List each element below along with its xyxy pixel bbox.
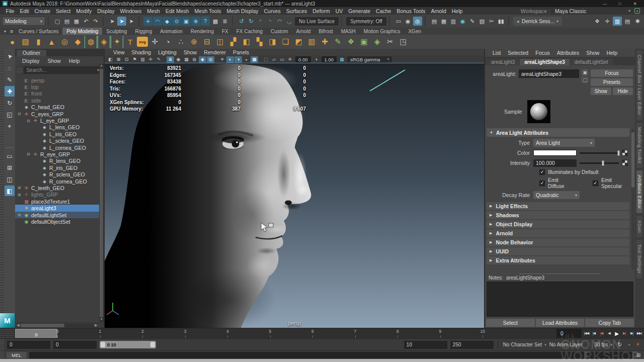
menu-item[interactable]: Windows	[117, 8, 144, 14]
menu-item[interactable]: Show	[583, 50, 603, 56]
paint-select-tool-icon[interactable]: ✎	[5, 74, 15, 85]
menu-item[interactable]: Bonus Tools	[394, 8, 428, 14]
outliner-item[interactable]: front	[15, 90, 99, 97]
highlight-selection-icon[interactable]: ≣	[220, 17, 229, 26]
shaded-wireframe-icon[interactable]: ◈	[199, 56, 206, 63]
script-editor-icon[interactable]: ▤	[635, 352, 642, 358]
image-plane-icon[interactable]: ▥	[139, 56, 146, 63]
menu-item[interactable]: List	[489, 50, 504, 56]
menu-item[interactable]: Select	[53, 8, 73, 14]
outliner-item[interactable]: ⊞ defaultLightSet	[15, 212, 99, 218]
menu-item[interactable]: Help	[65, 58, 84, 64]
open-scene-icon[interactable]: ▤	[62, 17, 71, 26]
intensity-slider[interactable]	[580, 162, 619, 164]
target-weld-icon[interactable]: ✚	[318, 36, 331, 48]
boolean-icon[interactable]: ◫	[214, 36, 226, 48]
poly-torus-icon[interactable]: ◎	[58, 36, 71, 48]
menu-item[interactable]: Lighting	[154, 49, 180, 55]
look-dev-icon[interactable]: ◉	[458, 17, 467, 26]
outliner-horizontal-scrollbar[interactable]: ◀▶	[15, 322, 99, 328]
menu-item[interactable]: Cache	[373, 8, 394, 14]
menu-item[interactable]: Mesh Display	[224, 8, 261, 14]
outliner-item[interactable]: ⊟ L_eye_GRP	[15, 117, 99, 124]
illuminates-by-default-checkbox[interactable]	[539, 169, 545, 175]
rotate-tool-icon[interactable]: ↻	[5, 98, 15, 108]
poly-text-icon[interactable]: T	[124, 36, 136, 48]
pause-icon[interactable]: ▮▮	[497, 17, 506, 26]
hide-button[interactable]: Hide	[613, 87, 633, 95]
intensity-field[interactable]: 100.000	[533, 159, 577, 167]
outliner-item[interactable]: L_sclera_GEO	[15, 138, 99, 144]
color-slider[interactable]	[580, 152, 619, 154]
command-input[interactable]	[29, 352, 585, 358]
shelf-tab[interactable]: Bifrost	[314, 28, 337, 35]
render-view-icon[interactable]: ▭	[394, 17, 403, 26]
shelf-tab[interactable]: MASH	[337, 28, 360, 35]
field-chart-icon[interactable]: ▱	[270, 56, 278, 63]
presets-button[interactable]: Presets	[591, 78, 633, 86]
attribute-editor-tab[interactable]: defaultLightSet	[570, 59, 613, 65]
outliner-item[interactable]: R_iris_GEO	[15, 164, 99, 171]
save-scene-icon[interactable]: ▦	[72, 17, 81, 26]
select-hierarchy-icon[interactable]: ➤	[108, 17, 117, 26]
attribute-editor-tab[interactable]: areaLight3	[487, 59, 519, 65]
sidebar-panel-tab[interactable]: Modeling Toolkit	[636, 123, 642, 168]
timeline-dock-handle[interactable]	[0, 328, 14, 338]
menu-item[interactable]: Edit	[17, 8, 32, 14]
sidebar-panel-tab[interactable]: Tool Settings	[636, 240, 642, 278]
fps-dropdown[interactable]: 30 fps	[594, 342, 612, 347]
loop-icon[interactable]: ↻	[615, 340, 624, 349]
shelf-tab[interactable]: Rendering	[187, 28, 218, 35]
gamma-icon[interactable]: ◑	[312, 56, 320, 63]
menu-item[interactable]: Display	[95, 8, 117, 14]
menu-item[interactable]: View	[110, 49, 128, 55]
raise-application-icon[interactable]: ❖	[593, 17, 602, 26]
camera-attributes-icon[interactable]: ⊡	[123, 56, 130, 63]
shelf-tab[interactable]: Motion Graphics	[360, 28, 405, 35]
poly-sphere-icon[interactable]: ●	[6, 36, 19, 48]
user-account-dropdown[interactable]: ●Derrick Sess...	[513, 17, 562, 26]
outliner-search-input[interactable]: Search...	[24, 66, 102, 74]
light-editor-icon[interactable]: ▥	[449, 17, 458, 26]
playback-end-field[interactable]: 10	[404, 341, 447, 349]
outliner-item[interactable]: ⊟ C_eyes_GRP	[15, 111, 99, 117]
workspace-dropdown[interactable]: Maya Classic	[555, 8, 630, 14]
bevel-icon[interactable]: ◧	[240, 36, 253, 48]
attribute-section-header[interactable]: Node Behavior	[487, 238, 629, 246]
range-start-handle[interactable]	[101, 342, 105, 347]
animation-start-field[interactable]: 0	[7, 341, 50, 349]
shelf-tab[interactable]: Arnold	[292, 28, 314, 35]
outliner-item[interactable]: place3dTexture1	[15, 198, 99, 205]
color-swatch[interactable]	[533, 150, 577, 156]
expand-toggle-icon[interactable]: ⊟	[27, 119, 32, 123]
construction-history-icon[interactable]: ◜	[256, 17, 265, 26]
menu-item[interactable]: Surfaces	[283, 8, 309, 14]
shelf-edit-icon[interactable]: ≣	[9, 29, 15, 34]
dock-handle[interactable]	[0, 49, 4, 328]
attribute-editor-toggle-icon[interactable]: ▤	[623, 17, 632, 26]
light-type-dropdown[interactable]: Area Light	[533, 139, 595, 147]
menu-item[interactable]: Attributes	[553, 50, 583, 56]
list-outputs-icon[interactable]: ↻	[247, 17, 256, 26]
menu-item[interactable]: Selected	[504, 50, 532, 56]
outliner-item[interactable]: C_head_GEO	[15, 104, 99, 111]
play-forward-button[interactable]: ▶	[613, 329, 620, 338]
shelf-tab[interactable]: Poly Modeling	[62, 28, 102, 35]
character-controls-icon[interactable]: ✛	[603, 17, 612, 26]
outliner-vertical-scrollbar[interactable]: ▲▼	[99, 64, 104, 322]
new-scene-icon[interactable]: ▢	[53, 17, 62, 26]
ao-toggle-icon[interactable]: ◒	[243, 56, 250, 63]
combine-icon[interactable]: ⊕	[188, 36, 200, 48]
channel-box-toggle-icon[interactable]: ▥	[613, 17, 622, 26]
menu-item[interactable]: Renderer	[200, 49, 229, 55]
make-live-icon[interactable]: ⊕	[191, 17, 200, 26]
snap-point-icon[interactable]: ◆	[163, 17, 172, 26]
outliner-item[interactable]: defaultObjectSet	[15, 218, 99, 225]
menu-item[interactable]: Mesh	[144, 8, 163, 14]
bookmark-icon[interactable]: ⚑	[131, 56, 138, 63]
notes-splitter[interactable]	[520, 274, 600, 274]
layout-single-pane-icon[interactable]: ▭	[5, 151, 15, 161]
layout-four-pane-icon[interactable]: ⊞	[5, 162, 15, 173]
outliner-item[interactable]: R_sclera_GEO	[15, 171, 99, 177]
paint-effects-icon[interactable]: ✎	[468, 17, 477, 26]
